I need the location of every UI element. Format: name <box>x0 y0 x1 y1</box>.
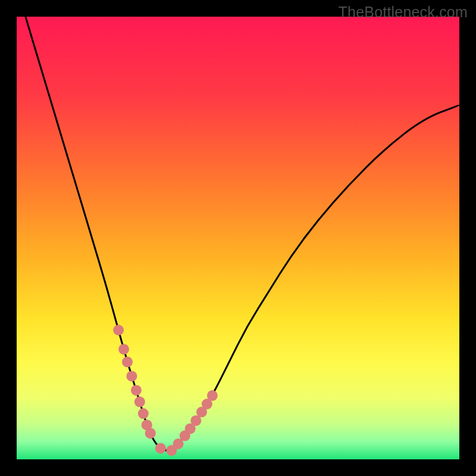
curve-marker <box>122 356 133 367</box>
curve-marker <box>138 408 149 419</box>
curve-marker <box>118 344 129 355</box>
bottleneck-curve <box>26 17 459 450</box>
chart-plot-area <box>17 17 459 459</box>
curve-marker <box>131 385 142 396</box>
curve-marker <box>113 325 124 336</box>
chart-frame: TheBottleneck.com <box>0 0 476 476</box>
curve-marker <box>155 443 166 453</box>
curve-marker <box>134 396 145 407</box>
curve-marker <box>207 390 218 401</box>
chart-svg <box>17 17 459 459</box>
curve-marker <box>145 428 156 439</box>
curve-markers-group <box>113 325 218 456</box>
curve-marker <box>126 371 137 381</box>
